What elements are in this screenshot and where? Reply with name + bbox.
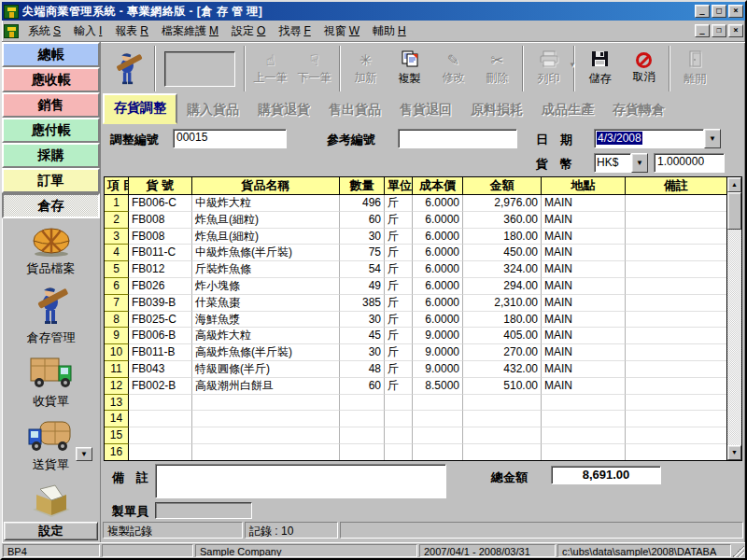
cell-product-name[interactable]	[192, 444, 340, 460]
cell-amount[interactable]: 294.00	[463, 278, 542, 295]
cell-quantity[interactable]: 60	[340, 378, 385, 395]
cell-cost-price[interactable]: 6.0000	[413, 278, 463, 295]
cell-item-code[interactable]	[129, 444, 192, 460]
cell-item-code[interactable]: FB006-B	[129, 328, 192, 344]
close-button[interactable]: ×	[728, 5, 743, 18]
cell-unit[interactable]: 斤	[385, 328, 413, 344]
cell-item-code[interactable]	[129, 395, 192, 412]
cell-cost-price[interactable]: 6.0000	[413, 312, 463, 329]
mdi-minimize-button[interactable]: _	[695, 24, 710, 37]
sidebar-module-purchasing[interactable]: 採購	[2, 143, 100, 168]
cell-location[interactable]: MAIN	[542, 278, 626, 295]
cell-unit[interactable]: 斤	[385, 295, 413, 312]
table-row[interactable]: 5 FB012 斤裝炸魚條 54 斤 6.0000 324.00 MAIN	[105, 261, 726, 278]
cell-cost-price[interactable]: 9.0000	[413, 328, 463, 344]
print-dropdown-icon[interactable]: ▼	[569, 61, 576, 69]
tab-material-loss[interactable]: 原料損耗	[461, 97, 532, 124]
cell-remarks[interactable]	[626, 278, 726, 295]
menu-help[interactable]: 輔助H	[366, 21, 413, 42]
cell-cost-price[interactable]: 6.0000	[413, 212, 463, 229]
cell-cost-price[interactable]: 8.5000	[413, 378, 463, 395]
tools-overflow-button[interactable]: ▼	[76, 447, 92, 461]
cell-remarks[interactable]	[626, 328, 726, 344]
cell-quantity[interactable]: 49	[340, 278, 385, 295]
menu-input[interactable]: 輸入I	[67, 21, 108, 42]
table-row[interactable]: 15	[105, 427, 726, 444]
cell-remarks[interactable]	[626, 344, 726, 361]
remark-input[interactable]	[155, 464, 446, 498]
menu-system[interactable]: 系統S	[21, 21, 67, 42]
cell-remarks[interactable]	[626, 195, 726, 212]
cell-remarks[interactable]	[626, 261, 726, 278]
cell-remarks[interactable]	[626, 295, 726, 312]
cell-unit[interactable]: 斤	[385, 361, 413, 378]
cell-location[interactable]: MAIN	[542, 212, 626, 229]
maximize-button[interactable]: □	[712, 5, 726, 18]
cell-amount[interactable]	[463, 395, 542, 412]
sidebar-module-orders[interactable]: 訂單	[2, 168, 100, 193]
cell-product-name[interactable]: 中級炸魚條(半斤裝)	[192, 245, 340, 261]
tab-stock-adjustment[interactable]: 存貨調整	[103, 93, 177, 124]
sidebar-settings-button[interactable]: 設定	[4, 522, 98, 540]
cell-quantity[interactable]: 30	[340, 229, 385, 245]
cell-amount[interactable]	[463, 427, 542, 444]
cell-remarks[interactable]	[626, 411, 726, 427]
cell-item-code[interactable]: FB008	[129, 229, 192, 245]
next-record-button[interactable]: ☟ 下一筆	[292, 44, 336, 93]
cell-product-name[interactable]: 高級潮州白餅旦	[192, 378, 340, 395]
table-row[interactable]: 14	[105, 411, 726, 427]
cell-unit[interactable]: 斤	[385, 344, 413, 361]
cell-amount[interactable]: 450.00	[463, 245, 542, 261]
cell-location[interactable]	[542, 427, 626, 444]
table-row[interactable]: 12 FB002-B 高級潮州白餅旦 60 斤 8.5000 510.00 MA…	[105, 378, 726, 395]
cell-cost-price[interactable]	[413, 411, 463, 427]
mdi-restore-button[interactable]: ❐	[712, 24, 726, 37]
cell-remarks[interactable]	[626, 212, 726, 229]
toolbar-worker-button[interactable]	[105, 44, 151, 93]
tab-finished-production[interactable]: 成品生產	[532, 97, 603, 124]
cell-item-code[interactable]: FB002-B	[129, 378, 192, 395]
cell-location[interactable]: MAIN	[542, 295, 626, 312]
cell-unit[interactable]: 斤	[385, 245, 413, 261]
cell-amount[interactable]	[463, 444, 542, 460]
tab-purchase-returns[interactable]: 購貨退貨	[248, 97, 319, 124]
cell-remarks[interactable]	[626, 427, 726, 444]
cell-remarks[interactable]	[626, 361, 726, 378]
prev-record-button[interactable]: ☝ 上一筆	[248, 44, 292, 93]
cell-cost-price[interactable]: 9.0000	[413, 344, 463, 361]
cell-cost-price[interactable]	[413, 444, 463, 460]
cell-quantity[interactable]: 45	[340, 328, 385, 344]
menu-reports[interactable]: 報表R	[108, 21, 155, 42]
cell-location[interactable]: MAIN	[542, 312, 626, 329]
table-row[interactable]: 9 FB006-B 高級炸大粒 45 斤 9.0000 405.00 MAIN	[105, 328, 726, 344]
ref-no-input[interactable]	[398, 129, 517, 148]
cell-item-code[interactable]	[129, 411, 192, 427]
cell-product-name[interactable]	[192, 427, 340, 444]
cell-item-code[interactable]: FB043	[129, 361, 192, 378]
cell-location[interactable]: MAIN	[542, 378, 626, 395]
adjust-no-input[interactable]: 00015	[173, 129, 287, 148]
sidebar-module-receivables[interactable]: 應收帳	[2, 67, 100, 92]
tool-print-reports[interactable]: 列印報表	[21, 482, 81, 521]
table-row[interactable]: 3 FB008 炸魚旦(細粒) 30 斤 6.0000 180.00 MAIN	[105, 229, 726, 245]
cell-item-code[interactable]: FB012	[129, 261, 192, 278]
cell-location[interactable]: MAIN	[542, 229, 626, 245]
cell-location[interactable]: MAIN	[542, 261, 626, 278]
cell-item-code[interactable]: FB025-C	[129, 312, 192, 329]
modify-button[interactable]: ✎ 修改	[431, 44, 475, 93]
cell-product-name[interactable]: 海鮮魚漿	[192, 312, 340, 329]
tool-inventory-management[interactable]: 倉存管理	[27, 286, 76, 346]
tool-delivery-note[interactable]: 送貨單	[27, 418, 76, 473]
cell-location[interactable]	[542, 444, 626, 460]
currency-dropdown-icon[interactable]: ▼	[631, 153, 648, 173]
cell-cost-price[interactable]: 6.0000	[413, 295, 463, 312]
copy-button[interactable]: 複製	[388, 44, 431, 93]
cell-remarks[interactable]	[626, 395, 726, 412]
print-button[interactable]: 列印 ▼	[527, 44, 571, 93]
cell-item-code[interactable]: FB011-C	[129, 245, 192, 261]
table-row[interactable]: 2 FB008 炸魚旦(細粒) 60 斤 6.0000 360.00 MAIN	[105, 212, 726, 229]
sidebar-module-payables[interactable]: 應付帳	[2, 118, 100, 143]
cell-location[interactable]: MAIN	[542, 195, 626, 212]
date-combo[interactable]: 4/3/2008 ▼	[594, 129, 721, 148]
add-new-button[interactable]: ✳ 加新	[344, 44, 388, 93]
